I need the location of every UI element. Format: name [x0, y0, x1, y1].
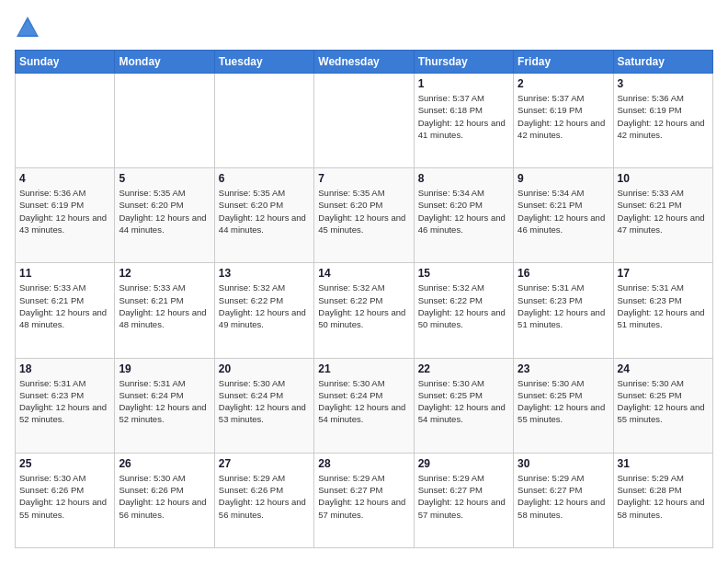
- logo-icon: [15, 15, 40, 40]
- day-info: Sunrise: 5:30 AMSunset: 6:26 PMDaylight:…: [119, 473, 206, 520]
- day-number: 11: [19, 267, 110, 280]
- day-info: Sunrise: 5:30 AMSunset: 6:25 PMDaylight:…: [418, 378, 506, 425]
- calendar-cell: 6Sunrise: 5:35 AMSunset: 6:20 PMDaylight…: [214, 168, 313, 263]
- calendar-cell: 1Sunrise: 5:37 AMSunset: 6:18 PMDaylight…: [414, 74, 513, 168]
- calendar-week-row: 4Sunrise: 5:36 AMSunset: 6:19 PMDaylight…: [16, 168, 713, 263]
- calendar-cell: 2Sunrise: 5:37 AMSunset: 6:19 PMDaylight…: [514, 74, 613, 168]
- calendar-cell: 3Sunrise: 5:36 AMSunset: 6:19 PMDaylight…: [613, 74, 712, 168]
- calendar-cell: 20Sunrise: 5:30 AMSunset: 6:24 PMDayligh…: [214, 358, 313, 453]
- calendar-cell: 11Sunrise: 5:33 AMSunset: 6:21 PMDayligh…: [16, 263, 115, 358]
- day-number: 13: [219, 267, 310, 280]
- day-number: 3: [618, 77, 709, 90]
- day-info: Sunrise: 5:30 AMSunset: 6:25 PMDaylight:…: [618, 378, 705, 425]
- day-info: Sunrise: 5:34 AMSunset: 6:20 PMDaylight:…: [418, 188, 506, 235]
- day-info: Sunrise: 5:31 AMSunset: 6:23 PMDaylight:…: [19, 378, 107, 425]
- day-info: Sunrise: 5:29 AMSunset: 6:28 PMDaylight:…: [618, 473, 705, 520]
- day-number: 6: [219, 172, 310, 185]
- day-number: 8: [418, 172, 509, 185]
- calendar-header-tuesday: Tuesday: [214, 51, 313, 74]
- calendar-cell: [16, 74, 115, 168]
- day-number: 4: [19, 172, 110, 185]
- day-info: Sunrise: 5:36 AMSunset: 6:19 PMDaylight:…: [618, 93, 705, 140]
- day-info: Sunrise: 5:35 AMSunset: 6:20 PMDaylight:…: [219, 188, 306, 235]
- day-number: 21: [318, 362, 409, 375]
- day-number: 27: [219, 457, 310, 470]
- calendar-cell: 16Sunrise: 5:31 AMSunset: 6:23 PMDayligh…: [514, 263, 613, 358]
- calendar-cell: 12Sunrise: 5:33 AMSunset: 6:21 PMDayligh…: [115, 263, 214, 358]
- calendar-week-row: 1Sunrise: 5:37 AMSunset: 6:18 PMDaylight…: [16, 74, 713, 168]
- calendar-table: SundayMondayTuesdayWednesdayThursdayFrid…: [15, 50, 713, 548]
- calendar-cell: 19Sunrise: 5:31 AMSunset: 6:24 PMDayligh…: [115, 358, 214, 453]
- day-number: 2: [518, 77, 609, 90]
- calendar-cell: 24Sunrise: 5:30 AMSunset: 6:25 PMDayligh…: [613, 358, 712, 453]
- day-info: Sunrise: 5:31 AMSunset: 6:24 PMDaylight:…: [119, 378, 206, 425]
- calendar-cell: [214, 74, 313, 168]
- day-number: 19: [119, 362, 210, 375]
- calendar-cell: 10Sunrise: 5:33 AMSunset: 6:21 PMDayligh…: [613, 168, 712, 263]
- day-info: Sunrise: 5:37 AMSunset: 6:19 PMDaylight:…: [518, 93, 605, 140]
- day-info: Sunrise: 5:33 AMSunset: 6:21 PMDaylight:…: [19, 282, 107, 329]
- calendar-cell: 7Sunrise: 5:35 AMSunset: 6:20 PMDaylight…: [314, 168, 414, 263]
- calendar-cell: 18Sunrise: 5:31 AMSunset: 6:23 PMDayligh…: [16, 358, 115, 453]
- calendar-header-wednesday: Wednesday: [314, 51, 414, 74]
- day-number: 14: [318, 267, 409, 280]
- day-info: Sunrise: 5:30 AMSunset: 6:25 PMDaylight:…: [518, 378, 605, 425]
- day-number: 26: [119, 457, 210, 470]
- calendar-cell: 17Sunrise: 5:31 AMSunset: 6:23 PMDayligh…: [613, 263, 712, 358]
- day-info: Sunrise: 5:32 AMSunset: 6:22 PMDaylight:…: [219, 282, 306, 329]
- calendar-cell: 21Sunrise: 5:30 AMSunset: 6:24 PMDayligh…: [314, 358, 414, 453]
- day-number: 15: [418, 267, 509, 280]
- calendar-cell: 26Sunrise: 5:30 AMSunset: 6:26 PMDayligh…: [115, 453, 214, 547]
- calendar-cell: [115, 74, 214, 168]
- day-number: 1: [418, 77, 509, 90]
- day-info: Sunrise: 5:33 AMSunset: 6:21 PMDaylight:…: [119, 282, 206, 329]
- calendar-header-thursday: Thursday: [414, 51, 513, 74]
- calendar-cell: [314, 74, 414, 168]
- day-number: 17: [618, 267, 709, 280]
- day-info: Sunrise: 5:33 AMSunset: 6:21 PMDaylight:…: [618, 188, 705, 235]
- day-number: 7: [318, 172, 409, 185]
- calendar-cell: 15Sunrise: 5:32 AMSunset: 6:22 PMDayligh…: [414, 263, 513, 358]
- calendar-cell: 29Sunrise: 5:29 AMSunset: 6:27 PMDayligh…: [414, 453, 513, 547]
- day-number: 20: [219, 362, 310, 375]
- day-number: 24: [618, 362, 709, 375]
- calendar-header-friday: Friday: [514, 51, 613, 74]
- day-info: Sunrise: 5:36 AMSunset: 6:19 PMDaylight:…: [19, 188, 107, 235]
- day-number: 22: [418, 362, 509, 375]
- day-number: 28: [318, 457, 409, 470]
- day-number: 18: [19, 362, 110, 375]
- day-info: Sunrise: 5:37 AMSunset: 6:18 PMDaylight:…: [418, 93, 506, 140]
- calendar-cell: 27Sunrise: 5:29 AMSunset: 6:26 PMDayligh…: [214, 453, 313, 547]
- calendar-header-monday: Monday: [115, 51, 214, 74]
- day-number: 9: [518, 172, 609, 185]
- calendar-cell: 5Sunrise: 5:35 AMSunset: 6:20 PMDaylight…: [115, 168, 214, 263]
- calendar-week-row: 18Sunrise: 5:31 AMSunset: 6:23 PMDayligh…: [16, 358, 713, 453]
- day-info: Sunrise: 5:29 AMSunset: 6:27 PMDaylight:…: [518, 473, 605, 520]
- page: SundayMondayTuesdayWednesdayThursdayFrid…: [0, 0, 728, 563]
- day-info: Sunrise: 5:29 AMSunset: 6:26 PMDaylight:…: [219, 473, 306, 520]
- day-info: Sunrise: 5:30 AMSunset: 6:26 PMDaylight:…: [19, 473, 107, 520]
- day-info: Sunrise: 5:29 AMSunset: 6:27 PMDaylight:…: [318, 473, 405, 520]
- calendar-cell: 14Sunrise: 5:32 AMSunset: 6:22 PMDayligh…: [314, 263, 414, 358]
- day-info: Sunrise: 5:34 AMSunset: 6:21 PMDaylight:…: [518, 188, 605, 235]
- day-info: Sunrise: 5:31 AMSunset: 6:23 PMDaylight:…: [618, 282, 705, 329]
- day-number: 31: [618, 457, 709, 470]
- calendar-cell: 9Sunrise: 5:34 AMSunset: 6:21 PMDaylight…: [514, 168, 613, 263]
- calendar-header-saturday: Saturday: [613, 51, 712, 74]
- calendar-cell: 23Sunrise: 5:30 AMSunset: 6:25 PMDayligh…: [514, 358, 613, 453]
- day-info: Sunrise: 5:35 AMSunset: 6:20 PMDaylight:…: [119, 188, 206, 235]
- calendar-cell: 22Sunrise: 5:30 AMSunset: 6:25 PMDayligh…: [414, 358, 513, 453]
- day-info: Sunrise: 5:32 AMSunset: 6:22 PMDaylight:…: [318, 282, 405, 329]
- day-number: 16: [518, 267, 609, 280]
- logo: [15, 15, 44, 40]
- calendar-cell: 31Sunrise: 5:29 AMSunset: 6:28 PMDayligh…: [613, 453, 712, 547]
- calendar-cell: 13Sunrise: 5:32 AMSunset: 6:22 PMDayligh…: [214, 263, 313, 358]
- day-number: 30: [518, 457, 609, 470]
- calendar-cell: 4Sunrise: 5:36 AMSunset: 6:19 PMDaylight…: [16, 168, 115, 263]
- day-number: 23: [518, 362, 609, 375]
- calendar-week-row: 25Sunrise: 5:30 AMSunset: 6:26 PMDayligh…: [16, 453, 713, 547]
- calendar-week-row: 11Sunrise: 5:33 AMSunset: 6:21 PMDayligh…: [16, 263, 713, 358]
- calendar-cell: 28Sunrise: 5:29 AMSunset: 6:27 PMDayligh…: [314, 453, 414, 547]
- header: [15, 15, 713, 40]
- day-info: Sunrise: 5:32 AMSunset: 6:22 PMDaylight:…: [418, 282, 506, 329]
